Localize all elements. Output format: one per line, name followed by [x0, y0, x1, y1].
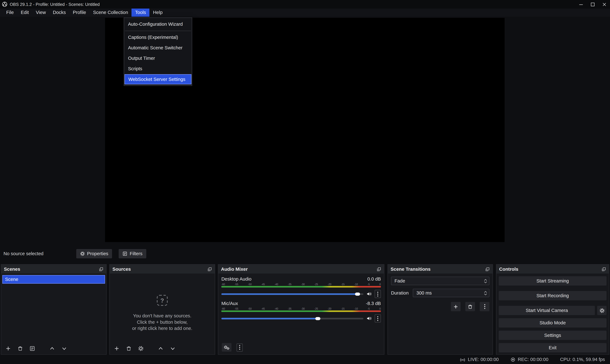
broadcast-icon [460, 357, 465, 362]
audio-mixer-dock-header: Audio Mixer [218, 265, 384, 273]
speaker-icon[interactable] [367, 316, 372, 321]
duration-value: 300 ms [416, 290, 432, 296]
filters-button[interactable]: Filters [119, 249, 146, 258]
scene-filters-icon[interactable] [29, 346, 35, 351]
start-virtual-camera-button[interactable]: Start Virtual Camera [499, 306, 595, 315]
remove-transition-button[interactable] [465, 302, 475, 311]
scene-list-item[interactable]: Scene [2, 275, 105, 284]
advanced-audio-properties-icon[interactable] [222, 343, 231, 352]
settings-button[interactable]: Settings [499, 331, 607, 340]
menu-docks[interactable]: Docks [49, 9, 69, 17]
no-source-selected-label: No source selected [3, 251, 43, 257]
sources-toolbar [110, 343, 215, 354]
remove-scene-icon[interactable] [17, 346, 23, 351]
move-source-up-icon[interactable] [158, 346, 163, 351]
transition-selected-value: Fade [394, 278, 405, 284]
menu-separator [125, 31, 191, 31]
filter-icon [123, 251, 127, 256]
add-source-icon[interactable] [114, 346, 119, 351]
start-streaming-button[interactable]: Start Streaming [499, 276, 607, 286]
exit-button[interactable]: Exit [499, 343, 607, 352]
properties-label: Properties [87, 251, 108, 257]
select-spinner-icons[interactable] [483, 279, 488, 283]
menu-view[interactable]: View [32, 9, 49, 17]
add-scene-icon[interactable] [5, 346, 11, 351]
duration-label: Duration [391, 290, 409, 296]
popout-icon[interactable] [485, 267, 490, 271]
menu-scene-collection[interactable]: Scene Collection [90, 9, 132, 17]
tools-menu-item-websocket-server-settings[interactable]: WebSocket Server Settings [125, 74, 191, 84]
source-toolbar: No source selected Properties Filters [0, 249, 610, 259]
popout-icon[interactable] [601, 267, 606, 271]
studio-mode-button[interactable]: Studio Mode [499, 318, 607, 327]
mixer-channel-mic-aux: Mic/Aux -8.3 dB -60-55-50-45-40-35-30-25… [222, 301, 381, 323]
channel-options-kebab-icon[interactable] [375, 290, 381, 298]
meter-tick-labels: -60-55-50-45-40-35-30-25-20-15-10-50 [222, 283, 381, 286]
mixer-toolbar [218, 343, 384, 354]
transition-select[interactable]: Fade [391, 277, 489, 285]
audio-mixer-dock-title: Audio Mixer [221, 266, 248, 272]
cpu-fps-stats: CPU: 0.1%, 59.94 fps [560, 357, 605, 362]
virtual-camera-row: Start Virtual Camera [499, 306, 607, 315]
obs-logo-icon [2, 1, 7, 7]
menu-help[interactable]: Help [150, 9, 166, 17]
popout-icon[interactable] [99, 267, 103, 271]
controls-body: Start Streaming Start Recording Start Vi… [497, 273, 609, 355]
add-transition-button[interactable] [451, 302, 460, 311]
live-status: LIVE: 00:00:00 [460, 357, 499, 362]
menu-tools[interactable]: Tools [132, 9, 150, 17]
properties-button[interactable]: Properties [76, 249, 112, 258]
move-scene-down-icon[interactable] [61, 346, 67, 351]
rec-timer: REC: 00:00:00 [518, 357, 548, 362]
volume-slider-handle[interactable] [315, 317, 320, 320]
source-properties-gear-icon[interactable] [138, 346, 144, 351]
tools-menu-item-scripts[interactable]: Scripts [124, 64, 192, 74]
sources-dock: Sources ? You don't have any sources. Cl… [109, 264, 215, 355]
duration-spinbox[interactable]: 300 ms [413, 289, 489, 297]
channel-options-kebab-icon[interactable] [375, 314, 381, 323]
volume-slider-handle[interactable] [355, 292, 360, 296]
performance-stats: CPU: 0.1%, 59.94 fps [560, 357, 605, 362]
scene-transitions-dock: Scene Transitions Fade Duration 300 ms [388, 264, 493, 355]
transition-options-kebab-button[interactable] [480, 302, 489, 311]
menu-profile[interactable]: Profile [69, 9, 89, 17]
tools-menu-item-output-timer[interactable]: Output Timer [124, 53, 192, 64]
mixer-options-kebab-icon[interactable] [236, 343, 243, 351]
minimize-button[interactable] [575, 0, 587, 9]
scenes-dock: Scenes Scene [1, 264, 107, 355]
live-timer: LIVE: 00:00:00 [468, 357, 499, 362]
sources-dock-header: Sources [110, 265, 215, 273]
scene-transitions-dock-header: Scene Transitions [388, 265, 492, 273]
tools-menu-item-auto-configuration-wizard[interactable]: Auto-Configuration Wizard [124, 19, 192, 29]
menu-edit[interactable]: Edit [17, 9, 32, 17]
question-ghost-icon: ? [157, 295, 168, 306]
maximize-button[interactable] [587, 0, 598, 9]
start-recording-button[interactable]: Start Recording [499, 291, 607, 300]
remove-source-icon[interactable] [126, 346, 131, 351]
speaker-icon[interactable] [367, 291, 372, 297]
tools-menu-item-captions[interactable]: Captions (Experimental) [124, 32, 192, 43]
popout-icon[interactable] [376, 267, 381, 271]
menu-bar: File Edit View Docks Profile Scene Colle… [0, 9, 610, 17]
move-scene-up-icon[interactable] [49, 346, 55, 351]
spinbox-arrows[interactable] [483, 291, 488, 295]
close-button[interactable] [598, 0, 610, 9]
volume-slider[interactable] [222, 318, 363, 319]
scene-transitions-dock-title: Scene Transitions [390, 266, 430, 272]
volume-slider[interactable] [222, 293, 363, 295]
menu-file[interactable]: File [3, 9, 17, 17]
channel-level: 0.0 dB [367, 276, 381, 282]
status-bar: LIVE: 00:00:00 REC: 00:00:00 CPU: 0.1%, … [0, 355, 610, 364]
gear-icon [80, 251, 85, 256]
tools-menu-item-automatic-scene-switcher[interactable]: Automatic Scene Switcher [124, 43, 192, 53]
popout-icon[interactable] [208, 267, 212, 271]
controls-dock-title: Controls [499, 266, 518, 272]
scene-list: Scene [1, 273, 106, 285]
virtual-camera-config-gear-button[interactable] [597, 306, 607, 315]
sources-empty-state[interactable]: ? You don't have any sources. Click the … [110, 273, 215, 343]
controls-dock-header: Controls [497, 265, 609, 273]
titlebar: OBS 29.1.2 - Profile: Untitled - Scenes:… [0, 0, 610, 9]
move-source-down-icon[interactable] [170, 346, 176, 351]
audio-mixer-dock: Audio Mixer Desktop Audio 0.0 dB -60-55-… [218, 264, 384, 355]
sources-empty-text: or right click here to add one. [132, 325, 192, 331]
